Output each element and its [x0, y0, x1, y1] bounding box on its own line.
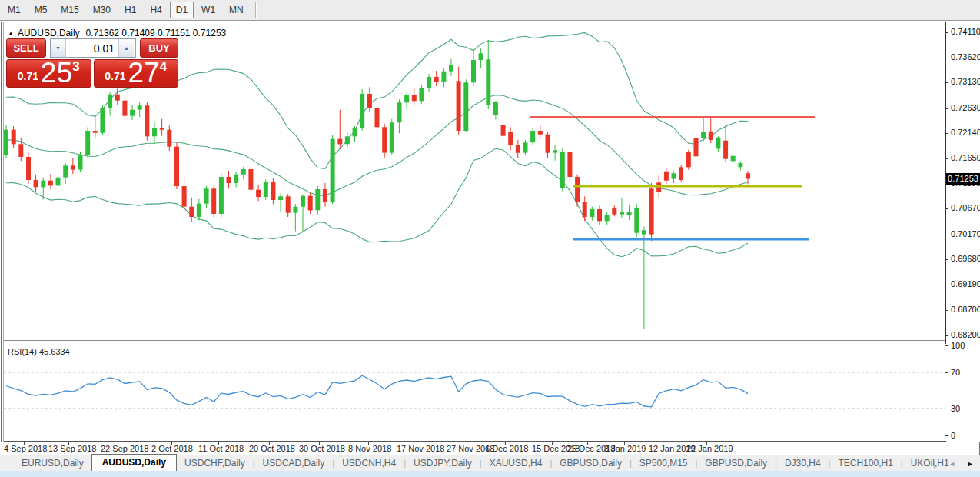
sell-price-prefix: 0.71	[18, 70, 38, 82]
candle	[694, 136, 699, 158]
candle	[723, 125, 728, 162]
candle	[516, 140, 520, 158]
price-axis-label: 0.70170	[951, 229, 980, 239]
timeframe-button-h4[interactable]: H4	[144, 2, 168, 18]
axis-tick	[945, 335, 948, 336]
price-axis-label: 0.72630	[951, 103, 980, 112]
sell-price-box[interactable]: 0.71253	[6, 59, 91, 88]
date-axis-label: 4 Sep 2018	[4, 444, 47, 453]
candle	[331, 135, 335, 204]
tab-scroll-left-icon[interactable]: ◄	[948, 460, 955, 468]
tab-tech100-h1[interactable]: TECH100,H1	[830, 455, 900, 472]
tab-scroll-right-icon[interactable]: ►	[967, 460, 974, 468]
candle	[48, 174, 53, 189]
price-axis-label: 0.71650	[951, 153, 980, 162]
timeframe-button-d1[interactable]: D1	[170, 2, 194, 18]
pane-splitter[interactable]	[4, 340, 946, 341]
candle	[419, 85, 424, 104]
tab-gbpusd-daily[interactable]: GBPUSD,Daily	[552, 455, 630, 472]
candle	[508, 127, 513, 150]
candle	[211, 185, 216, 218]
toolbar-divider	[255, 2, 257, 18]
panel-toggle-icon[interactable]: ▲	[8, 30, 14, 37]
tab-eurusd-daily[interactable]: EURUSD,Daily	[14, 455, 91, 472]
tab-usdjpy-daily[interactable]: USDJPY,Daily	[406, 455, 480, 472]
tab-gbpusd-daily[interactable]: GBPUSD,Daily	[697, 455, 775, 472]
axis-tick	[945, 372, 948, 373]
candle	[293, 204, 297, 231]
tab-sp500-m15[interactable]: SP500,M15	[632, 455, 696, 472]
buy-price-big: 27	[128, 62, 160, 85]
volume-decrease-button[interactable]: ▼	[51, 39, 66, 57]
candle	[12, 126, 16, 148]
timeframe-button-w1[interactable]: W1	[195, 2, 221, 18]
candle	[709, 118, 713, 143]
axis-tick	[945, 58, 948, 58]
candle	[204, 186, 209, 208]
price-axis-label: 0.68700	[951, 305, 980, 314]
rsi-axis-label: 0	[951, 431, 955, 440]
date-axis-label: 11 Oct 2018	[198, 444, 244, 453]
candle	[560, 148, 565, 191]
candle	[449, 59, 453, 76]
sell-button[interactable]: SELL	[6, 38, 46, 58]
candle	[108, 92, 112, 115]
candle	[227, 171, 231, 188]
candle	[26, 153, 31, 185]
date-axis-label: 22 Sep 2018	[101, 444, 148, 453]
tab-usdcnh-h4[interactable]: USDCNH,H4	[334, 455, 404, 472]
timeframe-button-h1[interactable]: H1	[118, 2, 142, 18]
timeframe-button-m5[interactable]: M5	[28, 2, 54, 18]
price-axis-label: 0.68200	[951, 330, 980, 339]
buy-button[interactable]: BUY	[140, 38, 178, 58]
axis-tick	[945, 345, 948, 346]
tab-dj30-h4[interactable]: DJ30,H4	[777, 455, 829, 472]
candle	[367, 87, 372, 112]
rsi-pane-svg[interactable]	[4, 344, 946, 441]
candle	[63, 163, 68, 184]
chart-tab-bar: EURUSD,DailyAUDUSD,DailyUSDCHF,Daily|USD…	[0, 455, 980, 471]
candle	[375, 104, 380, 132]
candle	[115, 87, 120, 105]
timeframe-button-mn[interactable]: MN	[223, 2, 250, 18]
tab-usdchf-daily[interactable]: USDCHF,Daily	[177, 455, 253, 472]
candle	[397, 99, 402, 133]
candle	[241, 167, 246, 180]
candle	[145, 102, 149, 141]
tab-usdcad-daily[interactable]: USDCAD,Daily	[255, 455, 333, 472]
axis-tick	[945, 32, 948, 33]
candle	[672, 172, 676, 183]
candle	[530, 128, 535, 145]
rsi-value: 45.6334	[39, 347, 70, 356]
candle	[323, 183, 327, 207]
volume-input[interactable]	[66, 39, 118, 57]
date-axis-label: 6 Dec 2018	[485, 444, 528, 453]
timeframe-button-m1[interactable]: M1	[2, 2, 27, 18]
candle	[256, 185, 261, 201]
price-axis-label: 0.73620	[951, 52, 980, 62]
candle	[182, 177, 187, 212]
date-axis[interactable]: 4 Sep 201813 Sep 201822 Sep 20182 Oct 20…	[0, 442, 946, 455]
timeframe-toolbar: M1M5M15M30H1H4D1W1MN	[0, 0, 980, 21]
candle	[167, 125, 171, 151]
timeframe-button-m30[interactable]: M30	[87, 2, 117, 18]
rsi-indicator-label: RSI(14) 45.6334	[8, 347, 70, 356]
price-axis[interactable]: 0.741100.736200.731300.726300.721400.716…	[946, 22, 980, 442]
candle	[78, 152, 83, 172]
rsi-axis-label: 100	[951, 341, 965, 350]
candle	[412, 88, 417, 105]
candle	[457, 67, 461, 135]
buy-price-box[interactable]: 0.71274	[94, 59, 179, 88]
timeframe-button-m15[interactable]: M15	[55, 2, 85, 18]
candle	[486, 40, 490, 109]
volume-increase-button[interactable]: ▲	[118, 39, 134, 57]
volume-stepper: ▼ ▲	[50, 38, 136, 58]
tab-audusd-daily[interactable]: AUDUSD,Daily	[91, 454, 177, 471]
tab-xauusd-h4[interactable]: XAUUSD,H4	[482, 455, 550, 472]
candle	[590, 207, 594, 221]
axis-tick	[945, 310, 948, 311]
candle	[337, 110, 342, 148]
date-axis-label: 20 Oct 2018	[249, 444, 295, 453]
candle	[605, 212, 610, 225]
price-axis-label: 0.70670	[951, 203, 980, 212]
